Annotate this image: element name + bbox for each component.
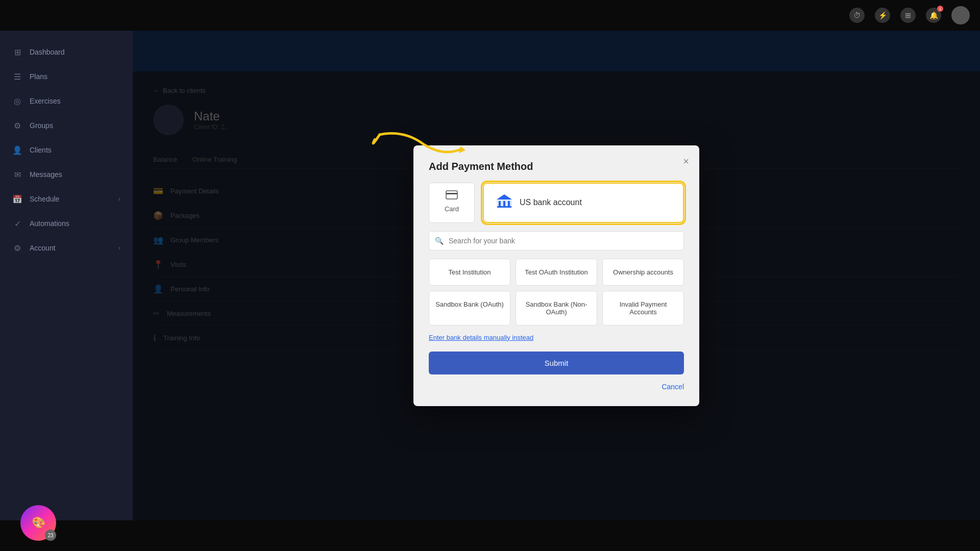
lightning-icon[interactable]: ⚡ (875, 8, 890, 23)
sidebar: ⊞ Dashboard ☰ Plans ◎ Exercises ⚙ Groups… (0, 31, 133, 520)
sidebar-item-dashboard[interactable]: ⊞ Dashboard (0, 41, 133, 63)
bank-search-input[interactable] (429, 231, 684, 251)
sidebar-item-plans[interactable]: ☰ Plans (0, 65, 133, 88)
svg-rect-4 (499, 201, 501, 206)
clients-icon: 👤 (12, 145, 22, 155)
sidebar-item-clients[interactable]: 👤 Clients (0, 139, 133, 161)
bank-option-sandbox-nonoauth[interactable]: Sandbox Bank (Non-OAuth) (516, 291, 597, 325)
search-container: 🔍 (429, 231, 684, 251)
top-bar: ⏱ ⚡ ⊞ 🔔 1 (0, 0, 980, 31)
svg-marker-7 (497, 194, 512, 199)
sidebar-item-schedule[interactable]: 📅 Schedule › (0, 188, 133, 210)
svg-rect-8 (497, 206, 511, 208)
groups-icon: ⚙ (12, 120, 22, 131)
automations-icon: ✓ (12, 218, 22, 229)
bank-option-sandbox-oauth[interactable]: Sandbox Bank (OAuth) (429, 291, 510, 325)
add-payment-modal: Add Payment Method × Card (413, 145, 699, 406)
notification-badge: 23 (45, 530, 56, 541)
bank-options-grid: Test Institution Test OAuth Institution … (429, 259, 684, 325)
submit-button[interactable]: Submit (429, 352, 684, 374)
grid-icon[interactable]: ⊞ (900, 8, 916, 23)
bank-icon (496, 194, 512, 212)
schedule-icon: 📅 (12, 194, 22, 204)
account-icon: ⚙ (12, 243, 22, 253)
card-label: Card (445, 205, 459, 213)
svg-rect-1 (446, 191, 457, 199)
sidebar-item-groups[interactable]: ⚙ Groups (0, 114, 133, 137)
bank-account-option[interactable]: US bank account (483, 183, 684, 223)
clock-icon[interactable]: ⏱ (849, 8, 865, 23)
main-content: ← Back to clients Nate Client ID: 2... B… (133, 31, 980, 520)
card-payment-option[interactable]: Card (429, 183, 475, 223)
cancel-link[interactable]: Cancel (429, 383, 684, 391)
messages-icon: ✉ (12, 169, 22, 180)
svg-rect-6 (508, 201, 510, 206)
account-chevron: › (118, 244, 120, 252)
schedule-chevron: › (118, 195, 120, 203)
sidebar-item-exercises[interactable]: ◎ Exercises (0, 90, 133, 112)
dashboard-icon: ⊞ (12, 47, 22, 57)
plans-icon: ☰ (12, 71, 22, 82)
svg-rect-2 (446, 193, 457, 194)
bank-option-invalid[interactable]: Invalid Payment Accounts (602, 291, 684, 325)
sidebar-item-messages[interactable]: ✉ Messages (0, 163, 133, 186)
search-icon: 🔍 (435, 237, 444, 245)
sidebar-item-automations[interactable]: ✓ Automations (0, 212, 133, 235)
exercises-icon: ◎ (12, 96, 22, 106)
modal-overlay: Add Payment Method × Card (133, 31, 980, 520)
payment-options-row: Card (429, 183, 684, 223)
card-icon (446, 190, 458, 202)
bank-account-label: US bank account (520, 198, 582, 207)
sidebar-item-account[interactable]: ⚙ Account › (0, 237, 133, 259)
manual-entry-link[interactable]: Enter bank details manually instead (429, 334, 684, 341)
modal-close-button[interactable]: × (683, 156, 689, 167)
modal-title: Add Payment Method (429, 161, 684, 172)
bank-option-test-institution[interactable]: Test Institution (429, 259, 510, 286)
bell-icon[interactable]: 🔔 1 (926, 8, 941, 23)
bottom-bar (0, 520, 980, 551)
bank-option-ownership[interactable]: Ownership accounts (602, 259, 684, 286)
notification-bubble[interactable]: 🎨 23 (20, 505, 56, 541)
user-avatar[interactable] (951, 6, 970, 24)
svg-rect-5 (503, 201, 505, 206)
bank-option-test-oauth[interactable]: Test OAuth Institution (516, 259, 597, 286)
